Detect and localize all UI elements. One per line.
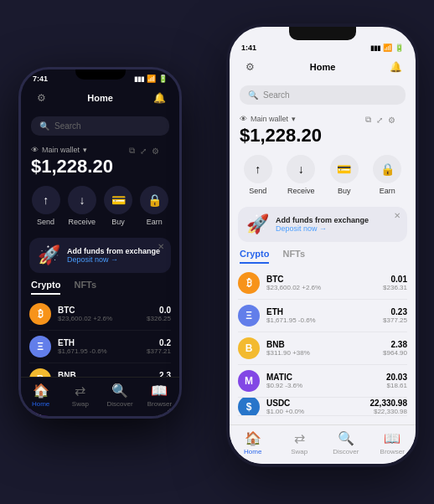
left-browser-icon: 📖 [151, 383, 168, 399]
left-battery-icon: 🔋 [158, 75, 168, 83]
right-header-title: Home [260, 62, 385, 72]
left-nav-home[interactable]: 🏠 Home [21, 383, 60, 408]
right-earn-label: Earn [380, 187, 395, 195]
left-receive-label: Receive [69, 218, 96, 226]
left-search-bar[interactable]: 🔍 Search [31, 116, 169, 136]
left-nav-browser[interactable]: 📖 Browser [140, 383, 179, 408]
left-crypto-btc[interactable]: ₿ BTC $23,600.02 +2.6% 0.0 $326.25 [29, 298, 171, 331]
right-usdc-values: 22,330.98 $22,330.98 [370, 399, 408, 415]
left-btc-usd: $326.25 [147, 315, 171, 322]
right-expand-icon[interactable]: ⤢ [376, 116, 383, 125]
left-eth-amount: 0.2 [147, 338, 171, 347]
left-settings-button[interactable]: ⚙ [31, 88, 51, 108]
left-nav-discover[interactable]: 🔍 Discover [101, 383, 140, 408]
left-swap-icon: ⇄ [75, 383, 85, 399]
right-crypto-matic[interactable]: M MATIC $0.92 -3.6% 20.03 $18.61 [238, 365, 407, 398]
right-copy-icon[interactable]: ⧉ [365, 115, 371, 125]
right-buy-label: Buy [338, 187, 351, 195]
right-wallet-label: 👁 Main wallet ▾ [240, 115, 296, 123]
right-bnb-usd: $964.90 [383, 349, 407, 357]
right-btc-usd: $236.31 [383, 284, 407, 291]
right-bnb-amount: 2.38 [383, 340, 407, 349]
right-send-label: Send [249, 187, 266, 195]
left-tab-nfts[interactable]: NFTs [74, 280, 96, 295]
right-search-bar[interactable]: 🔍 Search [240, 85, 406, 105]
right-eth-values: 0.23 $377.25 [383, 307, 407, 324]
left-wallet-row: 👁 Main wallet ▾ ⧉ ⤢ ⚙ [31, 146, 169, 156]
right-crypto-eth[interactable]: Ξ ETH $1,671.95 -0.6% 0.23 $377.25 [238, 300, 407, 332]
right-eye-icon: 👁 [240, 115, 247, 123]
right-eth-detail: $1,671.95 -0.6% [266, 316, 376, 324]
right-crypto-list: ₿ BTC $23,600.02 +2.6% 0.01 $236.31 Ξ ET… [230, 267, 416, 416]
left-search-icon: 🔍 [39, 121, 49, 131]
left-discover-icon: 🔍 [111, 383, 128, 399]
left-discover-label: Discover [107, 400, 133, 408]
right-nav-discover[interactable]: 🔍 Discover [323, 430, 369, 455]
left-browser-label: Browser [147, 400, 172, 408]
left-send-button[interactable]: ↑ Send [31, 186, 60, 226]
right-browser-label: Browser [380, 448, 405, 455]
right-bell-button[interactable]: 🔔 [385, 57, 406, 77]
right-crypto-usdc[interactable]: $ USDC $1.00 +0.0% 22,330.98 $22,330.98 [238, 398, 407, 416]
right-wallet-amount: $1,228.20 [240, 125, 406, 147]
right-wallet-actions: ↑ Send ↓ Receive 💳 Buy 🔒 Earn [240, 155, 406, 195]
left-earn-label: Earn [147, 218, 163, 226]
right-banner-text: Add funds from exchange Deposit now → [276, 216, 399, 233]
right-receive-button[interactable]: ↓ Receive [283, 155, 320, 195]
right-banner: 🚀 Add funds from exchange Deposit now → … [238, 207, 407, 242]
left-buy-button[interactable]: 💳 Buy [104, 186, 133, 226]
left-expand-icon[interactable]: ⤢ [140, 147, 147, 156]
right-tab-crypto[interactable]: Crypto [240, 249, 269, 264]
right-banner-close[interactable]: ✕ [394, 211, 400, 220]
right-usdc-amount: 22,330.98 [370, 399, 408, 408]
right-btc-name: BTC [266, 275, 376, 284]
left-bell-button[interactable]: 🔔 [149, 88, 169, 108]
right-bottom-nav: 🏠 Home ⇄ Swap 🔍 Discover 📖 Browser [230, 424, 416, 464]
right-tab-nfts[interactable]: NFTs [282, 249, 305, 264]
left-nav-swap[interactable]: ⇄ Swap [60, 383, 100, 408]
left-earn-button[interactable]: 🔒 Earn [140, 186, 169, 226]
left-crypto-eth[interactable]: Ξ ETH $1,671.95 -0.6% 0.2 $377.21 [29, 331, 171, 363]
right-phone: 1:41 ▮▮▮ 📶 🔋 ⚙ Home 🔔 🔍 Search 👁 Main wa… [226, 23, 419, 467]
left-gear-icon[interactable]: ⚙ [152, 147, 159, 156]
right-search-placeholder: Search [263, 90, 290, 100]
left-banner-close[interactable]: ✕ [158, 242, 164, 251]
right-send-button[interactable]: ↑ Send [240, 155, 276, 195]
right-earn-button[interactable]: 🔒 Earn [369, 155, 406, 195]
left-banner-text: Add funds from exchange Deposit now → [67, 247, 163, 264]
right-crypto-bnb[interactable]: B BNB $311.90 +38% 2.38 $964.90 [238, 332, 407, 365]
left-eth-values: 0.2 $377.21 [147, 338, 171, 355]
right-nav-browser[interactable]: 📖 Browser [369, 430, 416, 455]
left-banner-link[interactable]: Deposit now → [67, 255, 163, 264]
left-chevron-icon: ▾ [83, 146, 87, 154]
right-wifi-icon: 📶 [383, 44, 392, 52]
left-banner-title: Add funds from exchange [67, 247, 163, 255]
right-send-icon: ↑ [244, 155, 272, 183]
right-matic-usd: $18.61 [386, 382, 407, 389]
left-bottom-nav: 🏠 Home ⇄ Swap 🔍 Discover 📖 Browser [21, 377, 179, 416]
right-settings-button[interactable]: ⚙ [240, 57, 260, 77]
right-banner-link[interactable]: Deposit now → [276, 224, 399, 233]
right-buy-button[interactable]: 💳 Buy [326, 155, 363, 195]
left-receive-button[interactable]: ↓ Receive [67, 186, 96, 226]
left-copy-icon[interactable]: ⧉ [129, 146, 135, 156]
right-matic-detail: $0.92 -3.6% [266, 382, 380, 389]
right-crypto-btc[interactable]: ₿ BTC $23,600.02 +2.6% 0.01 $236.31 [238, 267, 407, 300]
left-send-icon: ↑ [32, 186, 60, 214]
right-gear-icon[interactable]: ⚙ [388, 116, 395, 125]
left-buy-label: Buy [111, 218, 125, 226]
right-btc-values: 0.01 $236.31 [383, 275, 407, 291]
left-signal-icon: ▮▮▮ [134, 75, 144, 83]
right-nav-swap[interactable]: ⇄ Swap [276, 430, 323, 455]
left-tab-crypto[interactable]: Crypto [31, 280, 60, 295]
right-usdc-usd: $22,330.98 [370, 408, 408, 415]
right-home-icon: 🏠 [245, 430, 261, 446]
right-swap-label: Swap [291, 448, 307, 455]
left-swap-label: Swap [72, 400, 89, 408]
right-banner-emoji: 🚀 [246, 213, 269, 235]
left-btc-info: BTC $23,600.02 +2.6% [58, 306, 140, 322]
left-wallet-amount: $1,228.20 [31, 156, 169, 177]
right-bnb-detail: $311.90 +38% [266, 349, 376, 357]
right-nav-home[interactable]: 🏠 Home [230, 430, 276, 455]
left-btc-detail: $23,600.02 +2.6% [58, 315, 140, 322]
